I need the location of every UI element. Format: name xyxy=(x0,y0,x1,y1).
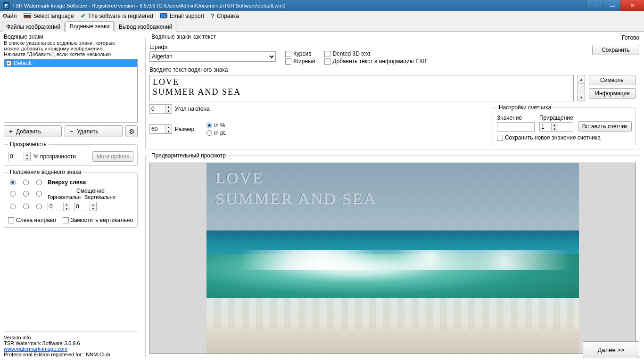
tile-checkbox[interactable]: Замостить вертикально xyxy=(63,217,133,223)
menu-language[interactable]: Select language xyxy=(24,13,74,19)
counter-incr-label: Приращение xyxy=(539,115,573,121)
window-title: TSR Watermark Image Software - Registere… xyxy=(12,3,286,8)
watermark-overlay: LOVE SUMMER AND SEA xyxy=(215,169,376,207)
save-counter-checkbox[interactable]: Сохранить новое значение счетчика xyxy=(497,134,632,141)
preview-box: LOVE SUMMER AND SEA xyxy=(149,163,636,354)
save-button[interactable]: Сохранить xyxy=(592,45,639,55)
menu-email[interactable]: Email support xyxy=(160,13,204,19)
version-url[interactable]: www.watermark-image.com xyxy=(4,346,67,352)
wm-group-desc3: Нажмите "Добавить", если хотите нескольк… xyxy=(4,51,138,57)
unit-pt-radio[interactable]: in pt. xyxy=(206,130,226,136)
ltr-label: Слева направо xyxy=(16,217,56,223)
scroll-up-icon[interactable]: ▲ xyxy=(578,75,585,83)
close-button[interactable]: ✕ xyxy=(620,0,644,11)
transparency-spinner[interactable]: ▲▼ xyxy=(8,152,31,161)
pos-radio-mr[interactable] xyxy=(36,191,42,197)
bold-checkbox[interactable]: Жирный xyxy=(285,58,315,65)
counter-incr-spinner[interactable]: ▲▼ xyxy=(539,122,573,132)
menu-help[interactable]: ? Справка xyxy=(211,12,239,19)
pos-radio-bl[interactable] xyxy=(10,204,16,209)
pos-radio-tr[interactable] xyxy=(36,180,42,185)
wm-group-title: Водяные знаки xyxy=(4,33,138,40)
wm-list[interactable]: ✔ Default xyxy=(4,59,138,123)
textarea-scrollbar[interactable]: ▲ ▼ xyxy=(578,75,585,101)
spin-up-icon[interactable]: ▲ xyxy=(24,152,30,156)
next-button[interactable]: Далее >> xyxy=(583,341,639,358)
preview-image: LOVE SUMMER AND SEA xyxy=(206,163,579,354)
counter-value-label: Значение xyxy=(497,115,535,121)
symbols-button[interactable]: Символы xyxy=(589,75,636,85)
font-label: Шрифт xyxy=(149,44,276,50)
pos-radio-br[interactable] xyxy=(36,204,42,209)
wm-item-checkbox[interactable]: ✔ xyxy=(6,60,12,66)
minimize-button[interactable]: ─ xyxy=(586,0,603,11)
offset-horiz-label: Горизонтальн xyxy=(48,194,81,200)
counter-incr-input[interactable] xyxy=(540,123,551,131)
pos-radio-tl[interactable] xyxy=(10,180,16,185)
more-options-button[interactable]: More options xyxy=(92,151,133,162)
angle-input[interactable] xyxy=(150,105,165,113)
check-icon: ✔ xyxy=(81,12,86,19)
wm-group-desc1: В списке указаны все водяные знаки, кото… xyxy=(4,40,138,46)
enter-text-label: Введите текст водяного знака xyxy=(149,66,636,73)
menu-email-label: Email support xyxy=(170,13,204,19)
pos-radio-bc[interactable] xyxy=(23,204,29,209)
gear-icon: ⚙ xyxy=(129,128,135,135)
menu-file[interactable]: Файл xyxy=(3,13,17,19)
angle-spinner[interactable]: ▲▼ xyxy=(149,104,172,114)
minus-icon: － xyxy=(69,127,74,135)
counter-title: Настройки счетчика xyxy=(497,104,553,111)
text-watermark-group: Водяные знаки как текст Шрифт Algerian К… xyxy=(145,33,640,149)
unit-percent-radio[interactable]: in % xyxy=(206,122,226,129)
dented-checkbox[interactable]: Dented 3D text xyxy=(324,50,428,57)
pos-radio-tc[interactable] xyxy=(23,180,29,185)
counter-group: Настройки счетчика Значение Приращение ▲… xyxy=(493,104,636,145)
offset-title: Смещение xyxy=(48,188,133,194)
offset-h-input[interactable] xyxy=(48,202,63,211)
tab-output[interactable]: Вывод изображений xyxy=(115,22,176,32)
plus-icon: ＋ xyxy=(8,127,14,135)
pos-radio-mc[interactable] xyxy=(23,191,29,197)
counter-value-input[interactable] xyxy=(497,122,535,132)
flag-icon xyxy=(24,13,31,18)
info-button[interactable]: Информация xyxy=(589,88,636,99)
size-label: Размер xyxy=(175,126,194,132)
menu-registered[interactable]: ✔ The software is registered xyxy=(81,12,153,19)
wm-list-group: Водяные знаки В списке указаны все водян… xyxy=(4,33,138,137)
size-input[interactable] xyxy=(150,125,165,133)
preview-title: Предварительный просмотр xyxy=(149,152,228,159)
delete-button[interactable]: －Удалить xyxy=(65,125,123,137)
tab-watermarks[interactable]: Водяные знаки xyxy=(66,21,114,32)
font-select[interactable]: Algerian xyxy=(149,51,276,62)
preview-group: Предварительный просмотр LOVE SUMMER AND… xyxy=(145,152,640,358)
size-spinner[interactable]: ▲▼ xyxy=(149,124,172,134)
watermark-text-input[interactable]: LOVE SUMMER AND SEA xyxy=(149,75,574,101)
scroll-down-icon[interactable]: ▼ xyxy=(578,93,585,101)
pos-radio-ml[interactable] xyxy=(10,191,16,197)
menubar: Файл Select language ✔ The software is r… xyxy=(0,11,644,21)
italic-checkbox[interactable]: Курсив xyxy=(285,50,315,57)
offset-h-spinner[interactable]: ▲▼ xyxy=(48,202,70,211)
exif-checkbox[interactable]: Добавить текст в информацию EXIF xyxy=(324,58,428,65)
ltr-checkbox[interactable]: Слева направо xyxy=(8,217,56,223)
maximize-button[interactable]: ▭ xyxy=(603,0,620,11)
titlebar: ◩ TSR Watermark Image Software - Registe… xyxy=(0,0,644,11)
add-button[interactable]: ＋Добавить xyxy=(4,125,62,137)
wm-list-item[interactable]: ✔ Default xyxy=(4,59,137,67)
tile-label: Замостить вертикально xyxy=(71,217,133,223)
text-watermark-title: Водяные знаки как текст xyxy=(149,33,218,40)
insert-counter-button[interactable]: Вставить счетчик xyxy=(578,121,632,132)
angle-label: Угол наклона xyxy=(175,106,210,112)
help-icon: ? xyxy=(211,12,215,19)
tab-files[interactable]: Файлы изображений xyxy=(2,22,65,32)
settings-button[interactable]: ⚙ xyxy=(125,125,138,137)
menu-registered-label: The software is registered xyxy=(88,13,153,19)
transparency-input[interactable] xyxy=(8,152,24,161)
offset-vert-label: Вертикально xyxy=(84,194,116,200)
offset-v-spinner[interactable]: ▲▼ xyxy=(74,202,97,211)
window-controls: ─ ▭ ✕ xyxy=(586,0,644,11)
add-button-label: Добавить xyxy=(16,128,41,135)
offset-v-input[interactable] xyxy=(74,202,90,211)
spin-down-icon[interactable]: ▼ xyxy=(24,156,30,161)
version-line1: TSR Watermark Software 3.5.9.6 xyxy=(4,340,138,346)
